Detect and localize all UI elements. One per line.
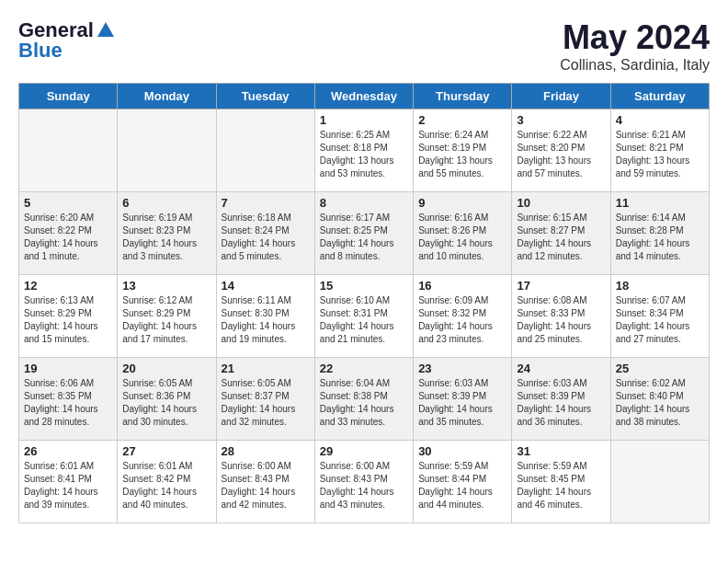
day-number: 11 [616, 196, 704, 210]
day-info: Sunrise: 6:13 AMSunset: 8:29 PMDaylight:… [24, 294, 112, 346]
day-info: Sunrise: 6:19 AMSunset: 8:23 PMDaylight:… [122, 212, 210, 263]
day-number: 6 [122, 196, 210, 210]
weekday-header-friday: Friday [512, 84, 610, 109]
calendar-day: 6Sunrise: 6:19 AMSunset: 8:23 PMDaylight… [118, 192, 216, 275]
day-info: Sunrise: 6:21 AMSunset: 8:21 PMDaylight:… [616, 129, 704, 180]
calendar-day: 26Sunrise: 6:01 AMSunset: 8:41 PMDayligh… [19, 441, 118, 523]
day-number: 10 [517, 196, 605, 210]
calendar-day: 9Sunrise: 6:16 AMSunset: 8:26 PMDaylight… [414, 192, 512, 275]
day-info: Sunrise: 6:00 AMSunset: 8:43 PMDaylight:… [222, 460, 310, 511]
day-info: Sunrise: 6:01 AMSunset: 8:41 PMDaylight:… [24, 460, 112, 511]
calendar-day: 11Sunrise: 6:14 AMSunset: 8:28 PMDayligh… [610, 192, 709, 275]
day-number: 14 [222, 279, 310, 293]
svg-marker-0 [97, 22, 114, 37]
day-number: 30 [418, 444, 506, 458]
day-number: 31 [517, 444, 605, 458]
calendar-day: 22Sunrise: 6:04 AMSunset: 8:38 PMDayligh… [314, 358, 413, 441]
day-info: Sunrise: 6:01 AMSunset: 8:42 PMDaylight:… [122, 460, 210, 511]
calendar-day: 25Sunrise: 6:02 AMSunset: 8:40 PMDayligh… [610, 358, 709, 441]
calendar-day: 28Sunrise: 6:00 AMSunset: 8:43 PMDayligh… [216, 441, 314, 523]
month-title: May 2024 [560, 18, 710, 57]
day-info: Sunrise: 6:08 AMSunset: 8:33 PMDaylight:… [517, 294, 605, 346]
day-info: Sunrise: 6:12 AMSunset: 8:29 PMDaylight:… [122, 294, 210, 346]
calendar-day: 7Sunrise: 6:18 AMSunset: 8:24 PMDaylight… [216, 192, 314, 275]
day-number: 17 [517, 279, 605, 293]
calendar-day [610, 441, 709, 523]
calendar-day: 8Sunrise: 6:17 AMSunset: 8:25 PMDaylight… [314, 192, 413, 275]
day-info: Sunrise: 6:15 AMSunset: 8:27 PMDaylight:… [517, 212, 605, 263]
day-info: Sunrise: 6:16 AMSunset: 8:26 PMDaylight:… [418, 212, 506, 263]
logo: General Blue [18, 18, 116, 63]
calendar-week-3: 12Sunrise: 6:13 AMSunset: 8:29 PMDayligh… [19, 275, 710, 358]
calendar-day: 31Sunrise: 5:59 AMSunset: 8:45 PMDayligh… [512, 441, 610, 523]
calendar-day: 5Sunrise: 6:20 AMSunset: 8:22 PMDaylight… [19, 192, 118, 275]
weekday-header-tuesday: Tuesday [216, 84, 314, 109]
weekday-header-wednesday: Wednesday [314, 84, 413, 109]
day-info: Sunrise: 6:07 AMSunset: 8:34 PMDaylight:… [616, 294, 704, 346]
calendar-day: 19Sunrise: 6:06 AMSunset: 8:35 PMDayligh… [19, 358, 118, 441]
day-number: 29 [320, 444, 408, 458]
day-number: 9 [418, 196, 506, 210]
day-number: 1 [320, 113, 408, 127]
day-number: 18 [616, 279, 704, 293]
calendar-day [216, 109, 314, 192]
day-number: 22 [320, 362, 408, 375]
day-number: 24 [517, 362, 605, 375]
day-number: 7 [222, 196, 310, 210]
day-number: 26 [24, 444, 112, 458]
day-number: 15 [320, 279, 408, 293]
calendar-day: 13Sunrise: 6:12 AMSunset: 8:29 PMDayligh… [118, 275, 216, 358]
calendar-day: 20Sunrise: 6:05 AMSunset: 8:36 PMDayligh… [118, 358, 216, 441]
day-info: Sunrise: 6:24 AMSunset: 8:19 PMDaylight:… [418, 129, 506, 180]
day-info: Sunrise: 6:00 AMSunset: 8:43 PMDaylight:… [320, 460, 408, 511]
day-info: Sunrise: 6:14 AMSunset: 8:28 PMDaylight:… [616, 212, 704, 263]
day-number: 28 [222, 444, 310, 458]
day-number: 4 [616, 113, 704, 127]
day-number: 19 [24, 362, 112, 375]
day-info: Sunrise: 6:20 AMSunset: 8:22 PMDaylight:… [24, 212, 112, 263]
day-number: 25 [616, 362, 704, 375]
calendar-day: 27Sunrise: 6:01 AMSunset: 8:42 PMDayligh… [118, 441, 216, 523]
calendar-header-row: SundayMondayTuesdayWednesdayThursdayFrid… [19, 84, 710, 109]
calendar-day: 12Sunrise: 6:13 AMSunset: 8:29 PMDayligh… [19, 275, 118, 358]
calendar-day: 29Sunrise: 6:00 AMSunset: 8:43 PMDayligh… [314, 441, 413, 523]
day-number: 5 [24, 196, 112, 210]
calendar-week-4: 19Sunrise: 6:06 AMSunset: 8:35 PMDayligh… [19, 358, 710, 441]
calendar-week-1: 1Sunrise: 6:25 AMSunset: 8:18 PMDaylight… [19, 109, 710, 192]
logo-icon [96, 20, 116, 40]
day-info: Sunrise: 6:11 AMSunset: 8:30 PMDaylight:… [222, 294, 310, 346]
page-header: General Blue May 2024 Collinas, Sardinia… [18, 18, 710, 74]
day-info: Sunrise: 6:09 AMSunset: 8:32 PMDaylight:… [418, 294, 506, 346]
calendar-day: 2Sunrise: 6:24 AMSunset: 8:19 PMDaylight… [414, 109, 512, 192]
title-block: May 2024 Collinas, Sardinia, Italy [560, 18, 710, 74]
calendar-day: 30Sunrise: 5:59 AMSunset: 8:44 PMDayligh… [414, 441, 512, 523]
day-number: 20 [122, 362, 210, 375]
day-number: 2 [418, 113, 506, 127]
calendar-week-2: 5Sunrise: 6:20 AMSunset: 8:22 PMDaylight… [19, 192, 710, 275]
calendar-day: 16Sunrise: 6:09 AMSunset: 8:32 PMDayligh… [414, 275, 512, 358]
day-info: Sunrise: 6:04 AMSunset: 8:38 PMDaylight:… [320, 377, 408, 429]
day-info: Sunrise: 5:59 AMSunset: 8:44 PMDaylight:… [418, 460, 506, 511]
day-info: Sunrise: 6:17 AMSunset: 8:25 PMDaylight:… [320, 212, 408, 263]
day-info: Sunrise: 6:10 AMSunset: 8:31 PMDaylight:… [320, 294, 408, 346]
weekday-header-monday: Monday [118, 84, 216, 109]
calendar-day: 4Sunrise: 6:21 AMSunset: 8:21 PMDaylight… [610, 109, 709, 192]
logo-blue: Blue [18, 39, 63, 63]
calendar-day: 24Sunrise: 6:03 AMSunset: 8:39 PMDayligh… [512, 358, 610, 441]
day-number: 13 [122, 279, 210, 293]
calendar-day: 18Sunrise: 6:07 AMSunset: 8:34 PMDayligh… [610, 275, 709, 358]
weekday-header-thursday: Thursday [414, 84, 512, 109]
day-number: 16 [418, 279, 506, 293]
day-info: Sunrise: 6:25 AMSunset: 8:18 PMDaylight:… [320, 129, 408, 180]
calendar-day [19, 109, 118, 192]
day-info: Sunrise: 6:02 AMSunset: 8:40 PMDaylight:… [616, 377, 704, 429]
day-number: 8 [320, 196, 408, 210]
day-number: 27 [122, 444, 210, 458]
calendar-day [118, 109, 216, 192]
calendar-day: 23Sunrise: 6:03 AMSunset: 8:39 PMDayligh… [414, 358, 512, 441]
day-info: Sunrise: 6:03 AMSunset: 8:39 PMDaylight:… [418, 377, 506, 429]
calendar-day: 15Sunrise: 6:10 AMSunset: 8:31 PMDayligh… [314, 275, 413, 358]
calendar-day: 3Sunrise: 6:22 AMSunset: 8:20 PMDaylight… [512, 109, 610, 192]
day-info: Sunrise: 5:59 AMSunset: 8:45 PMDaylight:… [517, 460, 605, 511]
weekday-header-sunday: Sunday [19, 84, 118, 109]
